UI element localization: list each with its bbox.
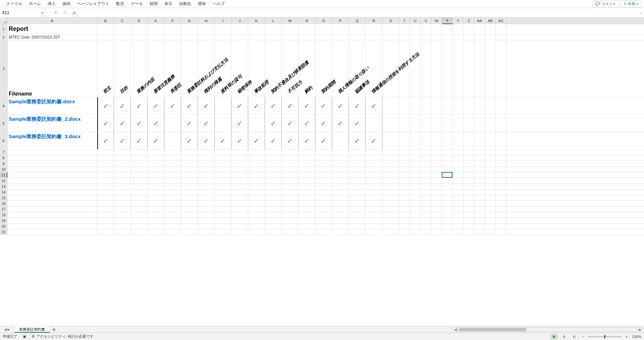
col-header-Z[interactable]: Z [464,17,474,24]
cell-H20[interactable] [198,224,215,229]
namebox-dropdown-icon[interactable]: ▾ [40,11,45,14]
row-header-11[interactable]: 11 [0,172,7,178]
cell-X17[interactable] [442,207,453,212]
cell-D12[interactable] [131,178,148,183]
col-header-L[interactable]: L [265,17,282,24]
cell-P14[interactable] [332,189,349,195]
cell-Y20[interactable] [453,224,464,229]
scroll-right-icon[interactable]: ▶ [637,327,643,332]
cell-I16[interactable] [215,201,231,206]
cell-U15[interactable] [410,195,421,201]
col-header-X[interactable]: X [442,17,453,24]
cell-T9[interactable] [399,161,410,166]
cell-Q5[interactable]: ✓ [349,115,366,132]
cell-I4[interactable] [215,97,231,114]
cell-W5[interactable] [431,115,442,132]
cell-AA6[interactable] [474,132,485,149]
cell-M2[interactable] [282,34,299,40]
cell-Z1[interactable] [464,24,474,34]
cell-E17[interactable] [148,207,164,212]
cell-D13[interactable] [131,184,148,189]
cell-I11[interactable] [215,172,231,178]
cell-C7[interactable] [114,150,131,155]
cell-U17[interactable] [410,207,421,212]
cell-Z18[interactable] [464,212,474,218]
cell-J11[interactable] [231,172,248,178]
cell-AC4[interactable] [496,97,506,114]
cell-R8[interactable] [366,155,382,161]
cell-F19[interactable] [164,218,181,223]
cell-V19[interactable] [421,218,431,223]
cell-U7[interactable] [410,150,421,155]
cell-U16[interactable] [410,201,421,206]
cell-U20[interactable] [410,224,421,229]
cell-AB17[interactable] [485,207,496,212]
ribbon-tab-8[interactable]: 表示 [161,0,176,8]
cell-A8[interactable] [7,155,97,161]
cell-P17[interactable] [332,207,349,212]
add-sheet-button[interactable]: ⊕ [50,326,58,333]
cell-R18[interactable] [366,212,382,218]
cell-J17[interactable] [231,207,248,212]
cell-AC3[interactable] [496,40,506,97]
row-header-18[interactable]: 18 [0,212,7,218]
ribbon-tab-5[interactable]: 数式 [113,0,127,8]
cell-V1[interactable] [421,24,431,34]
cell-T13[interactable] [399,184,410,189]
cell-Y1[interactable] [453,24,464,34]
cell-AA21[interactable] [474,229,485,235]
cell-W15[interactable] [431,195,442,201]
cell-A11[interactable] [7,172,97,178]
cell-P12[interactable] [332,178,349,183]
cell-D7[interactable] [131,150,148,155]
cell-H7[interactable] [198,150,215,155]
cell-H6[interactable]: ✓ [198,132,215,149]
cell-A5[interactable]: Sample業務委託契約書_2.docx [7,115,97,132]
cell-U21[interactable] [410,229,421,235]
cell-V17[interactable] [421,207,431,212]
cell-A3[interactable]: Filename [7,40,97,97]
cell-X5[interactable] [442,115,453,132]
cell-W16[interactable] [431,201,442,206]
cell-P4[interactable]: ✓ [332,97,349,114]
cell-A20[interactable] [7,224,97,229]
cell-F3[interactable]: 再委託 [164,40,181,97]
cell-C16[interactable] [114,201,131,206]
cell-C15[interactable] [114,195,131,201]
cell-S4[interactable] [382,97,399,114]
col-header-I[interactable]: I [215,17,231,24]
col-header-R[interactable]: R [366,17,382,24]
cell-U11[interactable] [410,172,421,178]
cell-A17[interactable] [7,207,97,212]
cell-O20[interactable] [315,224,332,229]
cell-X7[interactable] [442,150,453,155]
cell-K5[interactable] [248,115,265,132]
cell-W21[interactable] [431,229,442,235]
cell-K17[interactable] [248,207,265,212]
cell-A4[interactable]: Sample業務委託契約書.docx [7,97,97,114]
cell-Y17[interactable] [453,207,464,212]
cell-S21[interactable] [382,229,399,235]
cell-L17[interactable] [265,207,282,212]
cell-AC5[interactable] [496,115,506,132]
cell-L3[interactable]: 契約不適合及び損害賠償 [265,40,282,97]
cell-E19[interactable] [148,218,164,223]
cell-E9[interactable] [148,161,164,166]
cell-K3[interactable]: 事故処理 [248,40,265,97]
cell-I18[interactable] [215,212,231,218]
cell-D16[interactable] [131,201,148,206]
cell-B11[interactable] [97,172,114,178]
cell-AC6[interactable] [496,132,506,149]
cell-V20[interactable] [421,224,431,229]
cell-H21[interactable] [198,229,215,235]
cell-J2[interactable] [231,34,248,40]
cell-I12[interactable] [215,178,231,183]
cell-H14[interactable] [198,189,215,195]
cell-R20[interactable] [366,224,382,229]
cell-C20[interactable] [114,224,131,229]
cell-W20[interactable] [431,224,442,229]
cell-H13[interactable] [198,184,215,189]
cell-X19[interactable] [442,218,453,223]
row-header-3[interactable]: 3 [0,40,7,97]
cell-P15[interactable] [332,195,349,201]
